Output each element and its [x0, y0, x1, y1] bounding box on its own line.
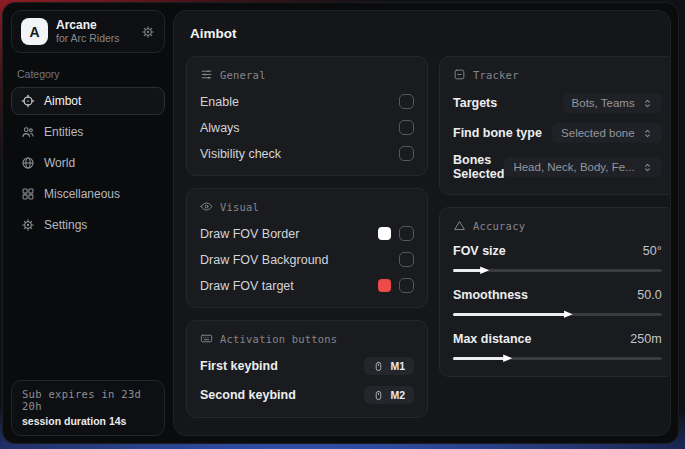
sidebar-item-entities[interactable]: Entities: [11, 118, 165, 146]
targets-dropdown[interactable]: Bots, Teams: [563, 93, 662, 113]
sliders-icon: [200, 68, 213, 81]
slider-row: Max distance 250m: [453, 332, 662, 363]
setting-row: Enable: [200, 93, 414, 110]
fov-size-value: 50°: [643, 244, 662, 258]
second-keybind-button[interactable]: M2: [364, 386, 414, 404]
activation-card-header: Activation buttons: [200, 332, 414, 345]
sidebar-item-world[interactable]: World: [11, 149, 165, 177]
desktop-background: A Arcane for Arc Riders Category: [0, 0, 685, 449]
setting-label: Draw FOV target: [200, 279, 294, 293]
general-card-title: General: [220, 69, 266, 81]
fov-border-color-swatch[interactable]: [378, 227, 391, 240]
globe-icon: [21, 156, 35, 170]
sidebar-item-settings[interactable]: Settings: [11, 211, 165, 239]
setting-label: Visibility check: [200, 147, 281, 161]
setting-row: Bones Selected Head, Neck, Body, Fe...: [453, 153, 662, 181]
slider-handle[interactable]: [503, 354, 512, 363]
tracker-card: Tracker Targets Bots, Teams: [439, 56, 671, 195]
brand-title: Arcane: [56, 19, 133, 33]
general-card-header: General: [200, 68, 414, 81]
slider-fill: [453, 269, 482, 272]
accuracy-card-header: Accuracy: [453, 219, 662, 232]
smoothness-value: 50.0: [637, 288, 661, 302]
left-column: General Enable Always: [186, 56, 428, 418]
users-icon: [21, 125, 35, 139]
setting-label: FOV size: [453, 244, 506, 258]
draw-fov-border-checkbox[interactable]: [399, 226, 414, 241]
brand-subtitle: for Arc Riders: [56, 32, 133, 44]
setting-row: Visibility check: [200, 145, 414, 162]
mouse-icon: [373, 361, 384, 372]
brand-logo: A: [21, 18, 48, 45]
app-window: A Arcane for Arc Riders Category: [2, 2, 679, 444]
fov-size-slider[interactable]: [453, 266, 662, 275]
sidebar-item-label: Settings: [44, 218, 87, 232]
accuracy-card: Accuracy FOV size 50°: [439, 207, 671, 377]
gear-icon: [21, 218, 35, 232]
slider-fill: [453, 313, 566, 316]
draw-fov-target-checkbox[interactable]: [399, 278, 414, 293]
eye-icon: [200, 200, 213, 213]
subscription-status-card: Sub expires in 23d 20h session duration …: [11, 380, 165, 436]
crosshair-icon: [21, 94, 35, 108]
setting-row: Find bone type Selected bone: [453, 123, 662, 143]
sidebar-item-label: Miscellaneous: [44, 187, 120, 201]
draw-fov-background-checkbox[interactable]: [399, 252, 414, 267]
activation-card-title: Activation buttons: [220, 333, 337, 345]
max-distance-value: 250m: [630, 332, 661, 346]
setting-row: Second keybind M2: [200, 386, 414, 404]
accuracy-card-title: Accuracy: [473, 220, 525, 232]
smoothness-slider[interactable]: [453, 310, 662, 319]
scan-icon: [453, 68, 466, 81]
visual-card-title: Visual: [220, 201, 259, 213]
slider-handle[interactable]: [480, 266, 489, 275]
setting-row: Targets Bots, Teams: [453, 93, 662, 113]
always-checkbox[interactable]: [399, 120, 414, 135]
triangle-icon: [453, 219, 466, 232]
category-label: Category: [17, 68, 173, 80]
content-columns: General Enable Always: [186, 56, 658, 418]
enable-checkbox[interactable]: [399, 94, 414, 109]
activation-buttons-card: Activation buttons First keybind: [186, 320, 428, 418]
fov-target-color-swatch[interactable]: [378, 279, 391, 292]
sidebar-nav: Aimbot Entities: [3, 87, 173, 239]
dropdown-value: Head, Neck, Body, Fe...: [513, 161, 634, 173]
sidebar-item-miscellaneous[interactable]: Miscellaneous: [11, 180, 165, 208]
session-duration-text: session duration 14s: [22, 415, 154, 427]
find-bone-type-dropdown[interactable]: Selected bone: [552, 123, 662, 143]
setting-label: Enable: [200, 95, 239, 109]
brand-gear-icon[interactable]: [141, 25, 155, 39]
first-keybind-button[interactable]: M1: [364, 357, 414, 375]
setting-label: Draw FOV Border: [200, 227, 299, 241]
keyboard-icon: [200, 332, 213, 345]
visibility-check-checkbox[interactable]: [399, 146, 414, 161]
bones-selected-dropdown[interactable]: Head, Neck, Body, Fe...: [504, 157, 661, 177]
max-distance-slider[interactable]: [453, 354, 662, 363]
slider-handle[interactable]: [564, 310, 573, 319]
grid-icon: [21, 187, 35, 201]
unfold-icon: [642, 162, 653, 173]
visual-card: Visual Draw FOV Border Dr: [186, 188, 428, 308]
right-column: Tracker Targets Bots, Teams: [439, 56, 671, 377]
dropdown-value: Selected bone: [561, 127, 635, 139]
setting-row: First keybind M1: [200, 357, 414, 375]
setting-label: Always: [200, 121, 240, 135]
keybind-value: M1: [390, 360, 405, 372]
brand-card: A Arcane for Arc Riders: [11, 10, 165, 53]
setting-label: First keybind: [200, 359, 278, 373]
sidebar-item-aimbot[interactable]: Aimbot: [11, 87, 165, 115]
main-panel: Aimbot General: [173, 10, 671, 436]
dropdown-value: Bots, Teams: [572, 97, 635, 109]
general-card: General Enable Always: [186, 56, 428, 176]
setting-label: Draw FOV Background: [200, 253, 329, 267]
setting-label: Smoothness: [453, 288, 528, 302]
mouse-icon: [373, 390, 384, 401]
brand-text: Arcane for Arc Riders: [56, 19, 133, 45]
unfold-icon: [642, 98, 653, 109]
tracker-card-header: Tracker: [453, 68, 662, 81]
keybind-value: M2: [390, 389, 405, 401]
sidebar-item-label: Entities: [44, 125, 83, 139]
slider-row: Smoothness 50.0: [453, 288, 662, 319]
setting-row: Always: [200, 119, 414, 136]
setting-row: Draw FOV target: [200, 277, 414, 294]
